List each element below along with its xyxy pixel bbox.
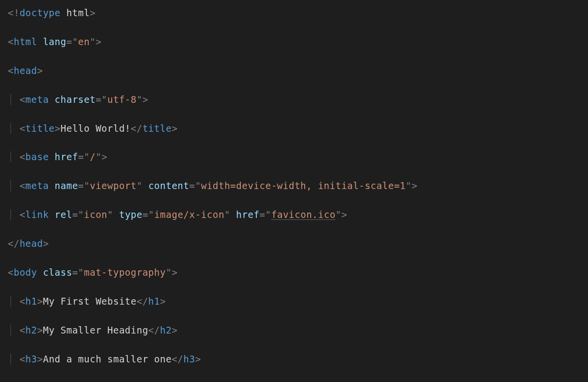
code-line[interactable]: │ <title>Hello World!</title>: [8, 121, 580, 136]
code-line[interactable]: <head>: [8, 64, 580, 78]
code-line[interactable]: │ <meta name="viewport" content="width=d…: [8, 179, 580, 193]
code-line[interactable]: │ <h1>My First Website</h1>: [8, 294, 580, 309]
code-line[interactable]: </head>: [8, 237, 580, 251]
code-line[interactable]: │ <base href="/">: [8, 150, 580, 164]
code-line[interactable]: <!doctype html>: [8, 6, 580, 20]
code-line[interactable]: │ <h2>My Smaller Heading</h2>: [8, 323, 580, 337]
code-editor[interactable]: <!doctype html> <html lang="en"> <head> …: [0, 0, 588, 382]
code-line[interactable]: │ <h3>And a much smaller one</h3>: [8, 352, 580, 366]
code-line[interactable]: │ <link rel="icon" type="image/x-icon" h…: [8, 208, 580, 222]
code-line[interactable]: <body class="mat-typography">: [8, 265, 580, 280]
code-line[interactable]: │ <meta charset="utf-8">: [8, 93, 580, 107]
code-line[interactable]: <html lang="en">: [8, 35, 580, 49]
